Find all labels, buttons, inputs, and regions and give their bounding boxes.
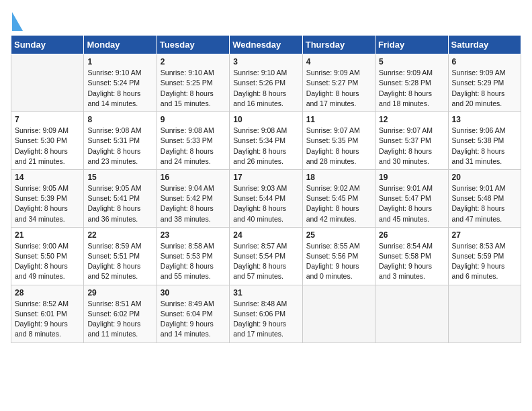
cell-content: Sunrise: 9:09 AM Sunset: 5:27 PM Dayligh…: [306, 68, 371, 109]
calendar-cell: 30Sunrise: 8:49 AM Sunset: 6:04 PM Dayli…: [157, 285, 229, 342]
calendar-cell: 20Sunrise: 9:01 AM Sunset: 5:48 PM Dayli…: [448, 169, 521, 227]
day-number: 20: [452, 173, 517, 182]
calendar-week-row: 14Sunrise: 9:05 AM Sunset: 5:39 PM Dayli…: [11, 169, 521, 227]
cell-content: Sunrise: 9:10 AM Sunset: 5:25 PM Dayligh…: [161, 68, 226, 109]
cell-content: Sunrise: 8:57 AM Sunset: 5:54 PM Dayligh…: [233, 241, 298, 282]
day-number: 25: [306, 230, 371, 240]
cell-content: Sunrise: 9:01 AM Sunset: 5:48 PM Dayligh…: [452, 183, 517, 224]
calendar-cell: 4Sunrise: 9:09 AM Sunset: 5:27 PM Daylig…: [302, 54, 375, 112]
day-number: 2: [161, 57, 226, 66]
day-number: 29: [87, 288, 152, 298]
calendar-cell: 3Sunrise: 9:10 AM Sunset: 5:26 PM Daylig…: [230, 54, 302, 112]
calendar-cell: 1Sunrise: 9:10 AM Sunset: 5:24 PM Daylig…: [84, 54, 157, 112]
cell-content: Sunrise: 9:08 AM Sunset: 5:33 PM Dayligh…: [161, 126, 226, 167]
day-number: 21: [15, 230, 80, 240]
cell-content: Sunrise: 9:05 AM Sunset: 5:41 PM Dayligh…: [87, 183, 152, 224]
column-header-friday: Friday: [375, 36, 448, 54]
cell-content: Sunrise: 9:07 AM Sunset: 5:37 PM Dayligh…: [379, 126, 444, 167]
cell-content: Sunrise: 9:04 AM Sunset: 5:42 PM Dayligh…: [161, 183, 226, 224]
calendar-cell: 13Sunrise: 9:06 AM Sunset: 5:38 PM Dayli…: [448, 112, 521, 170]
calendar-cell: 8Sunrise: 9:08 AM Sunset: 5:31 PM Daylig…: [84, 112, 157, 170]
cell-content: Sunrise: 8:58 AM Sunset: 5:53 PM Dayligh…: [161, 241, 226, 282]
day-number: 3: [233, 57, 298, 66]
day-number: 16: [161, 173, 226, 182]
calendar-cell: 23Sunrise: 8:58 AM Sunset: 5:53 PM Dayli…: [157, 227, 229, 285]
cell-content: Sunrise: 8:52 AM Sunset: 6:01 PM Dayligh…: [15, 299, 80, 340]
cell-content: Sunrise: 8:55 AM Sunset: 5:56 PM Dayligh…: [306, 241, 371, 282]
cell-content: Sunrise: 9:05 AM Sunset: 5:39 PM Dayligh…: [15, 183, 80, 224]
calendar-cell: 2Sunrise: 9:10 AM Sunset: 5:25 PM Daylig…: [157, 54, 229, 112]
calendar-cell: 29Sunrise: 8:51 AM Sunset: 6:02 PM Dayli…: [84, 285, 157, 342]
day-number: 6: [452, 57, 517, 66]
calendar-header-row: SundayMondayTuesdayWednesdayThursdayFrid…: [11, 36, 521, 54]
calendar-cell: 28Sunrise: 8:52 AM Sunset: 6:01 PM Dayli…: [11, 285, 84, 342]
cell-content: Sunrise: 8:48 AM Sunset: 6:06 PM Dayligh…: [233, 299, 298, 340]
day-number: 14: [15, 173, 80, 182]
calendar-cell: 10Sunrise: 9:08 AM Sunset: 5:34 PM Dayli…: [230, 112, 302, 170]
day-number: 28: [15, 288, 80, 298]
cell-content: Sunrise: 8:49 AM Sunset: 6:04 PM Dayligh…: [161, 299, 226, 340]
day-number: 22: [87, 230, 152, 240]
cell-content: Sunrise: 9:09 AM Sunset: 5:28 PM Dayligh…: [379, 68, 444, 109]
column-header-tuesday: Tuesday: [157, 36, 229, 54]
cell-content: Sunrise: 8:59 AM Sunset: 5:51 PM Dayligh…: [87, 241, 152, 282]
day-number: 24: [233, 230, 298, 240]
column-header-monday: Monday: [84, 36, 157, 54]
day-number: 4: [306, 57, 371, 66]
calendar-cell: 9Sunrise: 9:08 AM Sunset: 5:33 PM Daylig…: [157, 112, 229, 170]
calendar-cell: 14Sunrise: 9:05 AM Sunset: 5:39 PM Dayli…: [11, 169, 84, 227]
day-number: 7: [15, 115, 80, 124]
cell-content: Sunrise: 9:09 AM Sunset: 5:30 PM Dayligh…: [15, 126, 80, 167]
calendar-cell: 18Sunrise: 9:02 AM Sunset: 5:45 PM Dayli…: [302, 169, 375, 227]
calendar-cell: 25Sunrise: 8:55 AM Sunset: 5:56 PM Dayli…: [302, 227, 375, 285]
cell-content: Sunrise: 9:08 AM Sunset: 5:34 PM Dayligh…: [233, 126, 298, 167]
day-number: 17: [233, 173, 298, 182]
calendar-cell: 19Sunrise: 9:01 AM Sunset: 5:47 PM Dayli…: [375, 169, 448, 227]
calendar-cell: [448, 285, 521, 342]
calendar-cell: 11Sunrise: 9:07 AM Sunset: 5:35 PM Dayli…: [302, 112, 375, 170]
calendar-cell: 24Sunrise: 8:57 AM Sunset: 5:54 PM Dayli…: [230, 227, 302, 285]
cell-content: Sunrise: 9:10 AM Sunset: 5:26 PM Dayligh…: [233, 68, 298, 109]
day-number: 5: [379, 57, 444, 66]
calendar-cell: 7Sunrise: 9:09 AM Sunset: 5:30 PM Daylig…: [11, 112, 84, 170]
day-number: 1: [87, 57, 152, 66]
cell-content: Sunrise: 9:10 AM Sunset: 5:24 PM Dayligh…: [87, 68, 152, 109]
calendar-cell: 15Sunrise: 9:05 AM Sunset: 5:41 PM Dayli…: [84, 169, 157, 227]
calendar-cell: [302, 285, 375, 342]
calendar-cell: 26Sunrise: 8:54 AM Sunset: 5:58 PM Dayli…: [375, 227, 448, 285]
day-number: 13: [452, 115, 517, 124]
calendar-cell: 16Sunrise: 9:04 AM Sunset: 5:42 PM Dayli…: [157, 169, 229, 227]
day-number: 8: [87, 115, 152, 124]
cell-content: Sunrise: 8:51 AM Sunset: 6:02 PM Dayligh…: [87, 299, 152, 340]
calendar-cell: 22Sunrise: 8:59 AM Sunset: 5:51 PM Dayli…: [84, 227, 157, 285]
cell-content: Sunrise: 8:54 AM Sunset: 5:58 PM Dayligh…: [379, 241, 444, 282]
calendar-cell: 6Sunrise: 9:09 AM Sunset: 5:29 PM Daylig…: [448, 54, 521, 112]
column-header-saturday: Saturday: [448, 36, 521, 54]
day-number: 19: [379, 173, 444, 182]
day-number: 15: [87, 173, 152, 182]
cell-content: Sunrise: 9:07 AM Sunset: 5:35 PM Dayligh…: [306, 126, 371, 167]
column-header-wednesday: Wednesday: [230, 36, 302, 54]
calendar-week-row: 21Sunrise: 9:00 AM Sunset: 5:50 PM Dayli…: [11, 227, 521, 285]
day-number: 26: [379, 230, 444, 240]
day-number: 27: [452, 230, 517, 240]
calendar-table: SundayMondayTuesdayWednesdayThursdayFrid…: [11, 35, 521, 342]
calendar-cell: 27Sunrise: 8:53 AM Sunset: 5:59 PM Dayli…: [448, 227, 521, 285]
day-number: 11: [306, 115, 371, 124]
cell-content: Sunrise: 9:01 AM Sunset: 5:47 PM Dayligh…: [379, 183, 444, 224]
cell-content: Sunrise: 9:03 AM Sunset: 5:44 PM Dayligh…: [233, 183, 298, 224]
day-number: 30: [161, 288, 226, 298]
day-number: 23: [161, 230, 226, 240]
day-number: 31: [233, 288, 298, 298]
calendar-week-row: 1Sunrise: 9:10 AM Sunset: 5:24 PM Daylig…: [11, 54, 521, 112]
calendar-cell: 17Sunrise: 9:03 AM Sunset: 5:44 PM Dayli…: [230, 169, 302, 227]
cell-content: Sunrise: 9:06 AM Sunset: 5:38 PM Dayligh…: [452, 126, 517, 167]
calendar-week-row: 28Sunrise: 8:52 AM Sunset: 6:01 PM Dayli…: [11, 285, 521, 342]
calendar-week-row: 7Sunrise: 9:09 AM Sunset: 5:30 PM Daylig…: [11, 112, 521, 170]
calendar-cell: 5Sunrise: 9:09 AM Sunset: 5:28 PM Daylig…: [375, 54, 448, 112]
day-number: 10: [233, 115, 298, 124]
day-number: 18: [306, 173, 371, 182]
page-header: [11, 11, 521, 27]
cell-content: Sunrise: 8:53 AM Sunset: 5:59 PM Dayligh…: [452, 241, 517, 282]
cell-content: Sunrise: 9:00 AM Sunset: 5:50 PM Dayligh…: [15, 241, 80, 282]
